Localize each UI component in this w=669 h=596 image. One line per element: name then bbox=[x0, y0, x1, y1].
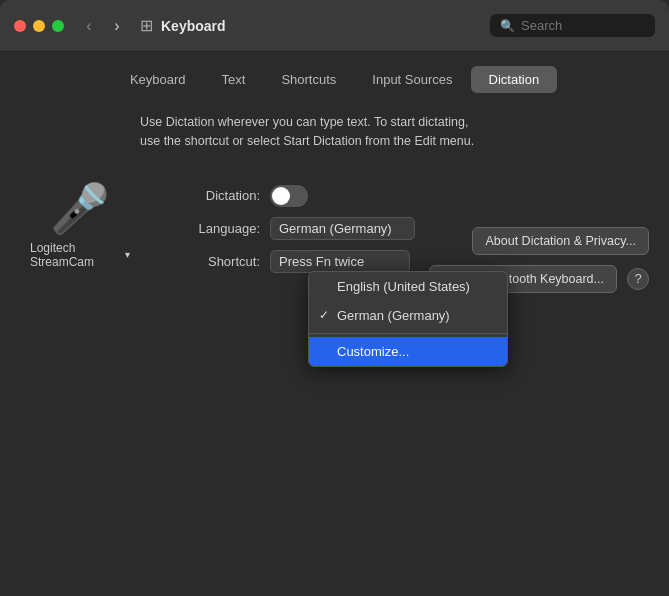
traffic-lights bbox=[14, 20, 64, 32]
mic-chevron-icon: ▾ bbox=[125, 249, 130, 260]
dropdown-item-english[interactable]: English (United States) bbox=[309, 272, 507, 301]
close-button[interactable] bbox=[14, 20, 26, 32]
main-content: Use Dictation wherever you can type text… bbox=[0, 93, 669, 313]
toggle-knob bbox=[272, 187, 290, 205]
search-input[interactable] bbox=[521, 18, 645, 33]
dictation-toggle[interactable] bbox=[270, 185, 308, 207]
language-control: German (Germany) bbox=[270, 217, 415, 240]
dictation-label: Dictation: bbox=[150, 188, 260, 203]
title-bar: ‹ › ⊞ Keyboard 🔍 bbox=[0, 0, 669, 52]
about-dictation-button[interactable]: About Dictation & Privacy... bbox=[472, 227, 649, 255]
forward-button[interactable]: › bbox=[106, 15, 128, 37]
grid-icon: ⊞ bbox=[140, 16, 153, 35]
mic-device-name: Logitech StreamCam bbox=[30, 241, 121, 269]
tab-shortcuts[interactable]: Shortcuts bbox=[263, 66, 354, 93]
shortcut-control: Press Fn twice bbox=[270, 250, 410, 273]
description-text: Use Dictation wherever you can type text… bbox=[140, 113, 639, 151]
tab-keyboard[interactable]: Keyboard bbox=[112, 66, 204, 93]
back-button[interactable]: ‹ bbox=[78, 15, 100, 37]
dropdown-item-customize[interactable]: Customize... bbox=[309, 337, 507, 366]
tab-bar: Keyboard Text Shortcuts Input Sources Di… bbox=[0, 52, 669, 93]
dropdown-item-german[interactable]: German (Germany) bbox=[309, 301, 507, 330]
maximize-button[interactable] bbox=[52, 20, 64, 32]
shortcut-label: Shortcut: bbox=[150, 254, 260, 269]
help-button[interactable]: ? bbox=[627, 268, 649, 290]
dropdown-divider bbox=[309, 333, 507, 334]
mic-container: 🎤 Logitech StreamCam ▾ bbox=[30, 175, 130, 269]
mic-icon: 🎤 bbox=[50, 185, 110, 233]
minimize-button[interactable] bbox=[33, 20, 45, 32]
mic-label: Logitech StreamCam ▾ bbox=[30, 241, 130, 269]
language-label: Language: bbox=[150, 221, 260, 236]
nav-buttons: ‹ › bbox=[78, 15, 128, 37]
language-dropdown: English (United States) German (Germany)… bbox=[308, 271, 508, 367]
tab-dictation[interactable]: Dictation bbox=[471, 66, 558, 93]
dictation-row: Dictation: bbox=[150, 185, 639, 207]
shortcut-select[interactable]: Press Fn twice bbox=[270, 250, 410, 273]
search-bar: 🔍 bbox=[490, 14, 655, 37]
language-select[interactable]: German (Germany) bbox=[270, 217, 415, 240]
search-icon: 🔍 bbox=[500, 19, 515, 33]
tab-input-sources[interactable]: Input Sources bbox=[354, 66, 470, 93]
dictation-toggle-control bbox=[270, 185, 308, 207]
window-title: Keyboard bbox=[161, 18, 226, 34]
tab-text[interactable]: Text bbox=[204, 66, 264, 93]
